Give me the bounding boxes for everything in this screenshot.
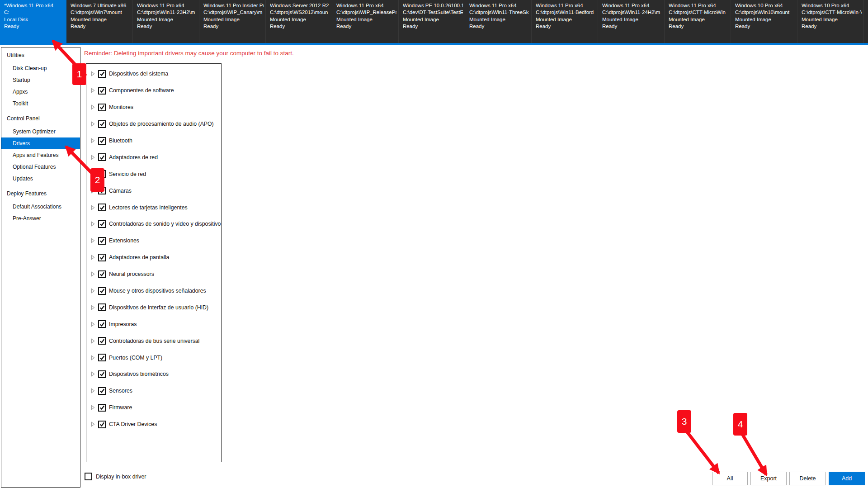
category-checkbox[interactable] — [98, 137, 106, 145]
sidebar-entry-label: Startup — [13, 77, 30, 83]
category-checkbox[interactable] — [98, 220, 106, 228]
image-tab[interactable]: Windows PE 10.0.26100.1 x C:\dev\DT-Test… — [399, 0, 465, 43]
chevron-right-icon[interactable] — [91, 355, 95, 360]
sidebar-entry[interactable]: System Optimizer — [1, 126, 80, 137]
chevron-right-icon[interactable] — [91, 271, 95, 277]
category-checkbox[interactable] — [98, 303, 106, 311]
chevron-right-icon[interactable] — [91, 138, 95, 143]
tab-path: C:\dtprojs\Win11-23H2\m — [137, 9, 197, 16]
category-checkbox[interactable] — [98, 387, 106, 395]
tab-mount-state: Mounted Image — [469, 16, 529, 23]
category-checkbox[interactable] — [98, 153, 106, 161]
driver-category-row: Dispositivos del sistema — [86, 66, 221, 82]
tab-status: Ready — [270, 23, 330, 30]
category-checkbox[interactable] — [98, 421, 106, 428]
chevron-right-icon[interactable] — [91, 388, 95, 393]
category-checkbox[interactable] — [98, 254, 106, 261]
tab-title: Windows 11 Pro x64 — [469, 2, 529, 9]
display-inbox-driver[interactable]: Display in-box driver — [85, 473, 146, 480]
chevron-right-icon[interactable] — [91, 371, 95, 377]
category-checkbox[interactable] — [98, 104, 106, 111]
image-tab[interactable]: Windows 11 Pro x64 C:\dtprojs\Win11-23H2… — [133, 0, 199, 43]
chevron-right-icon[interactable] — [91, 322, 95, 327]
category-checkbox[interactable] — [98, 337, 106, 345]
image-tab[interactable]: Windows 11 Pro x64 C:\dtprojs\CTT-MicroW… — [665, 0, 731, 43]
chevron-right-icon[interactable] — [91, 171, 95, 177]
sidebar-entry[interactable]: Drivers — [1, 137, 80, 149]
sidebar-entry-label: Default Associations — [13, 204, 61, 210]
category-checkbox[interactable] — [98, 270, 106, 278]
category-checkbox[interactable] — [98, 70, 106, 78]
category-checkbox[interactable] — [98, 120, 106, 128]
image-tab[interactable]: Windows 11 Pro x64 C:\dtprojs\WIP_Releas… — [332, 0, 399, 43]
driver-category-row: Mouse y otros dispositivos señaladores — [86, 283, 221, 299]
chevron-right-icon[interactable] — [91, 155, 95, 160]
tab-status: Ready — [669, 23, 729, 30]
chevron-right-icon[interactable] — [91, 422, 95, 427]
chevron-right-icon[interactable] — [91, 88, 95, 93]
delete-button[interactable]: Delete — [789, 472, 826, 485]
chevron-right-icon[interactable] — [91, 288, 95, 294]
chevron-right-icon[interactable] — [91, 121, 95, 127]
image-tab[interactable]: *Windows 11 Pro x64 C: Local Disk Ready — [0, 0, 66, 43]
checkmark-icon — [99, 88, 105, 93]
sidebar-entry[interactable]: Appxs — [1, 86, 80, 98]
driver-category-label: Monitores — [109, 104, 133, 110]
category-checkbox[interactable] — [98, 354, 106, 361]
sidebar-entry-label: Apps and Features — [13, 152, 58, 158]
checkmark-icon — [99, 305, 105, 310]
driver-category-label: Controladoras de bus serie universal — [109, 338, 199, 344]
tab-status: Ready — [4, 23, 64, 30]
image-tab[interactable]: Windows 11 Pro x64 C:\dtprojs\Win11-Thre… — [465, 0, 532, 43]
category-checkbox[interactable] — [98, 370, 106, 378]
checkmark-icon — [99, 171, 105, 177]
category-checkbox[interactable] — [98, 287, 106, 295]
tab-path: C:\dtprojs\WIP_ReleasePre — [336, 9, 396, 16]
add-button[interactable]: Add — [829, 472, 865, 485]
chevron-right-icon[interactable] — [91, 188, 95, 194]
sidebar-entry[interactable]: Default Associations — [1, 201, 80, 213]
image-tab[interactable]: Windows 11 Pro Insider Pr C:\dtprojs\WIP… — [199, 0, 266, 43]
export-button[interactable]: Export — [750, 472, 787, 485]
chevron-right-icon[interactable] — [91, 238, 95, 243]
image-tab[interactable]: Windows 11 Pro x64 C:\dtprojs\Win11-Bedf… — [532, 0, 598, 43]
category-checkbox[interactable] — [98, 204, 106, 211]
chevron-right-icon[interactable] — [91, 71, 95, 76]
category-checkbox[interactable] — [98, 170, 106, 178]
sidebar-entry[interactable]: Apps and Features — [1, 149, 80, 161]
driver-category-row: Cámaras — [86, 182, 221, 199]
sidebar-entry[interactable]: Disk Clean-up — [1, 62, 80, 74]
image-tab[interactable]: Windows Server 2012 R2 D C:\dtprojs\WS20… — [266, 0, 332, 43]
chevron-right-icon[interactable] — [91, 104, 95, 110]
chevron-right-icon[interactable] — [91, 205, 95, 210]
chevron-right-icon[interactable] — [91, 305, 95, 310]
inbox-driver-checkbox[interactable] — [85, 473, 92, 480]
sidebar-entry[interactable]: Updates — [1, 173, 80, 185]
chevron-right-icon[interactable] — [91, 255, 95, 260]
driver-category-label: Componentes de software — [109, 87, 174, 94]
checkmark-icon — [99, 355, 105, 360]
category-checkbox[interactable] — [98, 404, 106, 412]
image-tab[interactable]: Windows 7 Ultimate x86 C:\dtprojs\Win7\m… — [66, 0, 133, 43]
sidebar-entry[interactable]: Startup — [1, 74, 80, 86]
sidebar-entry[interactable]: Optional Features — [1, 161, 80, 173]
tab-path: C: — [4, 9, 64, 16]
category-checkbox[interactable] — [98, 237, 106, 245]
tab-path: C:\dtprojs\Win11-24H2\m — [602, 9, 662, 16]
chevron-right-icon[interactable] — [91, 221, 95, 227]
driver-category-label: Adaptadores de pantalla — [109, 254, 169, 261]
category-checkbox[interactable] — [98, 187, 106, 194]
all-button[interactable]: All — [712, 472, 748, 485]
image-tab[interactable]: Windows 11 Pro x64 C:\dtprojs\Win11-24H2… — [598, 0, 665, 43]
sidebar-entry[interactable]: Toolkit — [1, 98, 80, 109]
category-checkbox[interactable] — [98, 320, 106, 328]
tab-mount-state: Mounted Image — [802, 16, 862, 23]
chevron-right-icon[interactable] — [91, 405, 95, 410]
driver-category-label: Firmware — [109, 404, 132, 411]
sidebar-entry[interactable]: Pre-Answer — [1, 213, 80, 224]
image-tab[interactable]: Windows 10 Pro x64 C:\dtprojs\CTT-MicroW… — [797, 0, 864, 43]
image-tab[interactable]: Windows 10 Pro x64 C:\dtprojs\Win10\moun… — [731, 0, 797, 43]
tab-mount-state: Mounted Image — [203, 16, 264, 23]
category-checkbox[interactable] — [98, 87, 106, 95]
chevron-right-icon[interactable] — [91, 338, 95, 344]
